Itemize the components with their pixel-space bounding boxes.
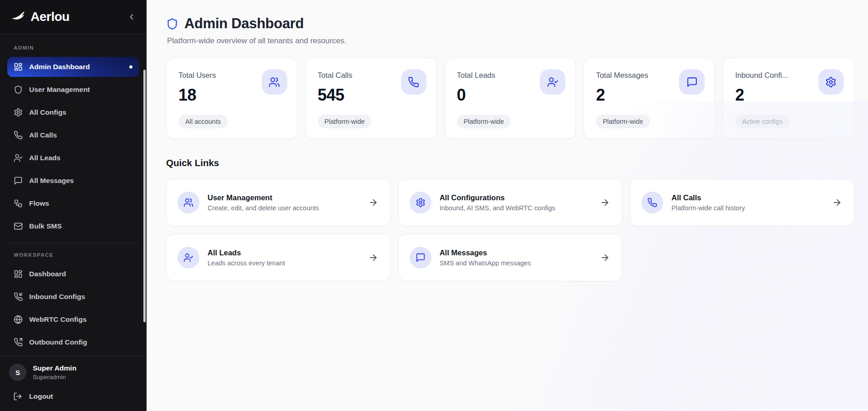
stat-card-total-messages: Total Messages 2 Platform-wide xyxy=(584,58,715,139)
sidebar-item-label: All Leads xyxy=(29,154,61,162)
sidebar-item-label: Outbound Config xyxy=(29,338,87,346)
settings-icon xyxy=(14,108,23,117)
quick-link-title: All Configurations xyxy=(440,193,555,202)
stat-label: Total Messages xyxy=(596,71,675,80)
quick-link-all-leads[interactable]: All Leads Leads across every tenant xyxy=(166,234,391,281)
user-name: Super Admin xyxy=(33,364,76,372)
arrow-right-icon xyxy=(600,198,610,208)
stat-card-total-calls: Total Calls 545 Platform-wide xyxy=(305,58,437,139)
globe-icon xyxy=(14,315,23,324)
stat-label: Total Calls xyxy=(318,71,396,80)
sidebar-item-label: User Management xyxy=(29,86,90,94)
quick-link-subtitle: SMS and WhatsApp messages xyxy=(440,259,531,267)
sidebar-item-all-configs[interactable]: All Configs xyxy=(7,102,139,122)
sidebar-section-label: ADMIN xyxy=(14,45,139,51)
sidebar-item-all-leads[interactable]: All Leads xyxy=(7,148,139,168)
workflow-icon xyxy=(14,199,23,208)
user-check-icon xyxy=(178,247,199,269)
settings-icon xyxy=(818,69,844,95)
sidebar-header: Aerlou xyxy=(0,0,147,34)
quick-link-subtitle: Create, edit, and delete user accounts xyxy=(208,204,319,212)
brand-name: Aerlou xyxy=(30,10,70,24)
quick-link-title: All Calls xyxy=(671,193,745,202)
quick-links-grid: User Management Create, edit, and delete… xyxy=(166,179,854,281)
chevron-left-icon xyxy=(127,12,136,21)
sidebar-item-label: All Calls xyxy=(29,131,57,139)
arrow-right-icon xyxy=(368,198,378,208)
sidebar-item-admin-dashboard[interactable]: Admin Dashboard xyxy=(7,57,139,77)
stat-badge: Platform-wide xyxy=(457,115,511,128)
page-title: Admin Dashboard xyxy=(184,15,304,32)
avatar: S xyxy=(9,364,26,381)
sidebar-item-webrtc-configs[interactable]: WebRTC Configs xyxy=(7,310,139,330)
quick-link-all-configurations[interactable]: All Configurations Inbound, AI SMS, and … xyxy=(398,179,623,226)
logout-button[interactable]: Logout xyxy=(9,388,137,405)
stat-card-inbound-confi: Inbound Confi... 2 Active configs xyxy=(723,58,854,139)
sidebar-item-label: All Configs xyxy=(29,108,66,117)
arrow-right-icon xyxy=(600,253,610,263)
sidebar-item-label: Dashboard xyxy=(29,270,66,278)
message-square-icon xyxy=(679,69,705,95)
sidebar-item-bulk-sms[interactable]: Bulk SMS xyxy=(7,216,139,236)
quick-link-all-calls[interactable]: All Calls Platform-wide call history xyxy=(630,179,854,226)
sidebar-item-inbound-configs[interactable]: Inbound Configs xyxy=(7,287,139,307)
sidebar-item-label: All Messages xyxy=(29,177,74,185)
sidebar-collapse-button[interactable] xyxy=(125,10,138,24)
quick-link-all-messages[interactable]: All Messages SMS and WhatsApp messages xyxy=(398,234,623,281)
phone-incoming-icon xyxy=(14,292,23,301)
page-header: Admin Dashboard Platform-wide overview o… xyxy=(166,15,854,46)
logout-label: Logout xyxy=(29,392,53,401)
mail-icon xyxy=(14,222,23,231)
sidebar: Aerlou ADMIN Admin Dashboard User Manage… xyxy=(0,0,147,411)
page-subtitle: Platform-wide overview of all tenants an… xyxy=(167,36,854,46)
user-check-icon xyxy=(14,153,23,162)
sidebar-section-admin: ADMIN Admin Dashboard User Management Al… xyxy=(7,45,139,236)
message-square-icon xyxy=(410,247,431,269)
sidebar-section-workspace: WORKSPACE Dashboard Inbound Configs WebR… xyxy=(7,243,139,352)
settings-icon xyxy=(410,192,431,213)
quick-link-user-management[interactable]: User Management Create, edit, and delete… xyxy=(166,179,391,226)
sidebar-item-label: Admin Dashboard xyxy=(29,63,90,71)
sidebar-item-all-calls[interactable]: All Calls xyxy=(7,125,139,145)
phone-icon xyxy=(401,69,426,95)
sidebar-footer: S Super Admin Superadmin Logout xyxy=(0,356,147,411)
sidebar-item-all-messages[interactable]: All Messages xyxy=(7,171,139,191)
stats-row: Total Users 18 All accounts Total Calls … xyxy=(166,58,854,139)
stat-badge: All accounts xyxy=(178,115,228,128)
stat-card-total-leads: Total Leads 0 Platform-wide xyxy=(445,58,576,139)
sidebar-item-dashboard[interactable]: Dashboard xyxy=(7,264,139,284)
layout-dashboard-icon xyxy=(14,269,23,279)
stat-card-total-users: Total Users 18 All accounts xyxy=(166,58,298,139)
shield-icon xyxy=(166,18,178,30)
user-role: Superadmin xyxy=(33,374,76,381)
sidebar-section-label: WORKSPACE xyxy=(14,252,139,258)
users-icon xyxy=(262,69,287,95)
quick-link-subtitle: Leads across every tenant xyxy=(208,259,285,267)
stat-label: Total Users xyxy=(178,71,257,80)
sidebar-item-outbound-config[interactable]: Outbound Config xyxy=(7,332,139,352)
message-square-icon xyxy=(14,176,23,185)
logout-icon xyxy=(13,392,22,401)
phone-icon xyxy=(641,192,663,213)
stat-label: Inbound Confi... xyxy=(735,71,814,80)
active-dot-indicator xyxy=(129,66,132,69)
sidebar-scrollbar[interactable] xyxy=(143,70,146,322)
main-content: Admin Dashboard Platform-wide overview o… xyxy=(147,0,868,411)
shield-icon xyxy=(14,85,23,94)
sidebar-item-flows[interactable]: Flows xyxy=(7,193,139,213)
quick-link-title: All Messages xyxy=(440,249,531,257)
page-title-row: Admin Dashboard xyxy=(166,15,854,32)
stat-badge: Active configs xyxy=(735,115,789,128)
user-check-icon xyxy=(540,69,565,95)
sidebar-item-user-management[interactable]: User Management xyxy=(7,80,139,100)
quick-link-title: User Management xyxy=(208,193,319,202)
quick-link-subtitle: Platform-wide call history xyxy=(671,204,745,212)
sidebar-item-label: Inbound Configs xyxy=(29,293,85,301)
stat-label: Total Leads xyxy=(457,71,536,80)
sidebar-item-label: Flows xyxy=(29,199,49,208)
quick-link-subtitle: Inbound, AI SMS, and WebRTC configs xyxy=(440,204,555,212)
phone-outgoing-icon xyxy=(14,338,23,347)
stat-badge: Platform-wide xyxy=(596,115,650,128)
brand-logo: Aerlou xyxy=(10,10,70,24)
arrow-right-icon xyxy=(368,253,378,263)
